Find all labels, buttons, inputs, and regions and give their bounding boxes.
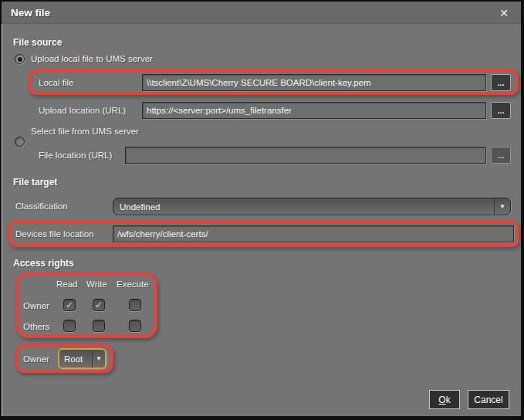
file-target-section-label: File target — [13, 177, 57, 188]
title-bar: New file ✕ — [2, 2, 521, 24]
devices-file-location-input[interactable]: /wfs/cherry/client-certs/ — [113, 225, 514, 242]
classification-label: Classification — [15, 202, 68, 211]
radio-select-file-from-ums[interactable] — [15, 137, 25, 147]
dialog-title: New file — [11, 7, 50, 19]
chevron-down-icon: ▼ — [494, 198, 510, 215]
file-location-input[interactable] — [125, 147, 486, 164]
file-source-section-label: File source — [13, 37, 62, 48]
radio-select-file-from-ums-label: Select file from UMS server — [31, 127, 139, 136]
local-file-browse-button[interactable]: ... — [491, 74, 511, 91]
radio-upload-local-file-label: Upload local file to UMS server — [31, 54, 153, 63]
upload-location-input[interactable]: https://<server:port>/ums_filetransfer — [142, 102, 486, 119]
column-header-execute: Execute — [117, 279, 149, 289]
checkbox-others-read[interactable] — [63, 320, 76, 332]
close-icon[interactable]: ✕ — [493, 2, 515, 24]
local-file-input[interactable]: \\tsclient\Z\UMS\Cherry SECURE BOARD\cli… — [142, 74, 486, 91]
checkbox-owner-write[interactable]: ✓ — [93, 299, 105, 311]
owner-select-label: Owner — [23, 354, 49, 364]
ok-button[interactable]: Ok — [429, 390, 460, 409]
upload-location-label: Upload location (URL) — [39, 106, 126, 115]
owner-dropdown-value: Root — [59, 354, 92, 364]
chevron-down-icon: ▼ — [92, 350, 105, 368]
row-others-label: Others — [23, 322, 50, 331]
upload-location-browse-button[interactable]: ... — [491, 102, 511, 119]
column-header-read: Read — [56, 279, 78, 289]
row-owner-label: Owner — [23, 301, 49, 310]
devices-file-location-label: Devices file location — [15, 229, 94, 239]
column-header-write: Write — [86, 279, 107, 289]
local-file-label: Local file — [39, 78, 73, 87]
checkbox-owner-read[interactable]: ✓ — [63, 299, 76, 311]
access-rights-section-label: Access rights — [13, 258, 74, 269]
radio-upload-local-file[interactable] — [15, 54, 25, 64]
checkbox-others-execute[interactable] — [129, 320, 141, 332]
checkbox-owner-execute[interactable] — [129, 299, 141, 311]
cancel-button[interactable]: Cancel — [468, 390, 509, 409]
file-location-label: File location (URL) — [39, 151, 112, 160]
new-file-dialog: New file ✕ File source Upload local file… — [0, 0, 524, 420]
checkbox-others-write[interactable] — [93, 320, 105, 332]
owner-dropdown[interactable]: Root ▼ — [58, 348, 106, 369]
classification-value: Undefined — [113, 202, 494, 212]
classification-dropdown[interactable]: Undefined ▼ — [113, 198, 511, 215]
file-location-browse-button[interactable]: ... — [491, 147, 511, 164]
